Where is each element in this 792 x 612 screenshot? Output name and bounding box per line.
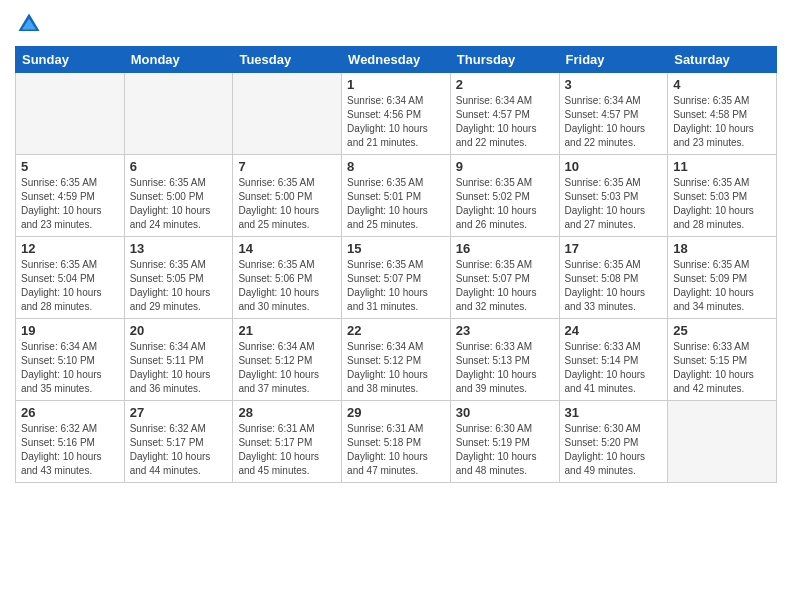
day-info: Sunrise: 6:35 AM Sunset: 5:05 PM Dayligh… [130,258,228,314]
day-info: Sunrise: 6:32 AM Sunset: 5:16 PM Dayligh… [21,422,119,478]
logo-icon [15,10,43,38]
calendar-cell: 9Sunrise: 6:35 AM Sunset: 5:02 PM Daylig… [450,155,559,237]
calendar-cell: 3Sunrise: 6:34 AM Sunset: 4:57 PM Daylig… [559,73,668,155]
calendar-cell: 4Sunrise: 6:35 AM Sunset: 4:58 PM Daylig… [668,73,777,155]
header-tuesday: Tuesday [233,47,342,73]
week-row-3: 12Sunrise: 6:35 AM Sunset: 5:04 PM Dayli… [16,237,777,319]
day-number: 28 [238,405,336,420]
day-number: 12 [21,241,119,256]
day-number: 8 [347,159,445,174]
calendar-cell: 24Sunrise: 6:33 AM Sunset: 5:14 PM Dayli… [559,319,668,401]
day-number: 2 [456,77,554,92]
calendar-cell: 15Sunrise: 6:35 AM Sunset: 5:07 PM Dayli… [342,237,451,319]
day-number: 30 [456,405,554,420]
header-monday: Monday [124,47,233,73]
day-info: Sunrise: 6:30 AM Sunset: 5:20 PM Dayligh… [565,422,663,478]
day-info: Sunrise: 6:35 AM Sunset: 5:06 PM Dayligh… [238,258,336,314]
calendar-cell: 25Sunrise: 6:33 AM Sunset: 5:15 PM Dayli… [668,319,777,401]
calendar-cell [124,73,233,155]
day-number: 7 [238,159,336,174]
page-container: SundayMondayTuesdayWednesdayThursdayFrid… [0,0,792,493]
calendar-cell: 14Sunrise: 6:35 AM Sunset: 5:06 PM Dayli… [233,237,342,319]
day-number: 19 [21,323,119,338]
calendar-cell: 1Sunrise: 6:34 AM Sunset: 4:56 PM Daylig… [342,73,451,155]
day-number: 18 [673,241,771,256]
day-number: 17 [565,241,663,256]
day-number: 27 [130,405,228,420]
calendar-cell: 7Sunrise: 6:35 AM Sunset: 5:00 PM Daylig… [233,155,342,237]
day-number: 16 [456,241,554,256]
week-row-2: 5Sunrise: 6:35 AM Sunset: 4:59 PM Daylig… [16,155,777,237]
calendar-cell: 28Sunrise: 6:31 AM Sunset: 5:17 PM Dayli… [233,401,342,483]
header-sunday: Sunday [16,47,125,73]
day-info: Sunrise: 6:34 AM Sunset: 5:12 PM Dayligh… [238,340,336,396]
day-number: 23 [456,323,554,338]
day-info: Sunrise: 6:31 AM Sunset: 5:18 PM Dayligh… [347,422,445,478]
day-info: Sunrise: 6:35 AM Sunset: 5:04 PM Dayligh… [21,258,119,314]
day-info: Sunrise: 6:35 AM Sunset: 5:03 PM Dayligh… [565,176,663,232]
calendar-cell: 5Sunrise: 6:35 AM Sunset: 4:59 PM Daylig… [16,155,125,237]
day-number: 11 [673,159,771,174]
day-info: Sunrise: 6:34 AM Sunset: 4:57 PM Dayligh… [456,94,554,150]
calendar-cell [668,401,777,483]
logo [15,10,47,38]
day-info: Sunrise: 6:35 AM Sunset: 5:09 PM Dayligh… [673,258,771,314]
calendar-cell: 17Sunrise: 6:35 AM Sunset: 5:08 PM Dayli… [559,237,668,319]
week-row-4: 19Sunrise: 6:34 AM Sunset: 5:10 PM Dayli… [16,319,777,401]
calendar-cell: 30Sunrise: 6:30 AM Sunset: 5:19 PM Dayli… [450,401,559,483]
day-number: 5 [21,159,119,174]
calendar-cell: 12Sunrise: 6:35 AM Sunset: 5:04 PM Dayli… [16,237,125,319]
calendar-cell: 11Sunrise: 6:35 AM Sunset: 5:03 PM Dayli… [668,155,777,237]
day-number: 1 [347,77,445,92]
header-wednesday: Wednesday [342,47,451,73]
day-number: 31 [565,405,663,420]
day-number: 25 [673,323,771,338]
calendar-cell: 2Sunrise: 6:34 AM Sunset: 4:57 PM Daylig… [450,73,559,155]
calendar-cell: 22Sunrise: 6:34 AM Sunset: 5:12 PM Dayli… [342,319,451,401]
day-number: 22 [347,323,445,338]
week-row-1: 1Sunrise: 6:34 AM Sunset: 4:56 PM Daylig… [16,73,777,155]
calendar-cell: 6Sunrise: 6:35 AM Sunset: 5:00 PM Daylig… [124,155,233,237]
calendar-cell: 27Sunrise: 6:32 AM Sunset: 5:17 PM Dayli… [124,401,233,483]
day-number: 24 [565,323,663,338]
calendar-cell: 23Sunrise: 6:33 AM Sunset: 5:13 PM Dayli… [450,319,559,401]
calendar-cell: 19Sunrise: 6:34 AM Sunset: 5:10 PM Dayli… [16,319,125,401]
day-number: 6 [130,159,228,174]
day-info: Sunrise: 6:35 AM Sunset: 4:58 PM Dayligh… [673,94,771,150]
day-info: Sunrise: 6:35 AM Sunset: 5:00 PM Dayligh… [130,176,228,232]
calendar-cell [16,73,125,155]
day-info: Sunrise: 6:31 AM Sunset: 5:17 PM Dayligh… [238,422,336,478]
day-info: Sunrise: 6:34 AM Sunset: 4:56 PM Dayligh… [347,94,445,150]
day-info: Sunrise: 6:35 AM Sunset: 5:00 PM Dayligh… [238,176,336,232]
day-info: Sunrise: 6:30 AM Sunset: 5:19 PM Dayligh… [456,422,554,478]
week-row-5: 26Sunrise: 6:32 AM Sunset: 5:16 PM Dayli… [16,401,777,483]
calendar-cell: 20Sunrise: 6:34 AM Sunset: 5:11 PM Dayli… [124,319,233,401]
day-info: Sunrise: 6:34 AM Sunset: 5:10 PM Dayligh… [21,340,119,396]
day-info: Sunrise: 6:35 AM Sunset: 5:01 PM Dayligh… [347,176,445,232]
calendar-cell: 8Sunrise: 6:35 AM Sunset: 5:01 PM Daylig… [342,155,451,237]
day-number: 15 [347,241,445,256]
day-number: 14 [238,241,336,256]
calendar-cell: 16Sunrise: 6:35 AM Sunset: 5:07 PM Dayli… [450,237,559,319]
calendar-cell: 29Sunrise: 6:31 AM Sunset: 5:18 PM Dayli… [342,401,451,483]
calendar-cell: 21Sunrise: 6:34 AM Sunset: 5:12 PM Dayli… [233,319,342,401]
page-header [15,10,777,38]
header-saturday: Saturday [668,47,777,73]
calendar-table: SundayMondayTuesdayWednesdayThursdayFrid… [15,46,777,483]
header-thursday: Thursday [450,47,559,73]
calendar-cell: 26Sunrise: 6:32 AM Sunset: 5:16 PM Dayli… [16,401,125,483]
day-info: Sunrise: 6:35 AM Sunset: 5:07 PM Dayligh… [456,258,554,314]
day-number: 26 [21,405,119,420]
calendar-cell [233,73,342,155]
day-info: Sunrise: 6:34 AM Sunset: 5:12 PM Dayligh… [347,340,445,396]
header-friday: Friday [559,47,668,73]
day-info: Sunrise: 6:34 AM Sunset: 4:57 PM Dayligh… [565,94,663,150]
day-info: Sunrise: 6:35 AM Sunset: 5:03 PM Dayligh… [673,176,771,232]
day-info: Sunrise: 6:34 AM Sunset: 5:11 PM Dayligh… [130,340,228,396]
calendar-cell: 13Sunrise: 6:35 AM Sunset: 5:05 PM Dayli… [124,237,233,319]
day-info: Sunrise: 6:35 AM Sunset: 5:07 PM Dayligh… [347,258,445,314]
day-info: Sunrise: 6:33 AM Sunset: 5:15 PM Dayligh… [673,340,771,396]
calendar-cell: 31Sunrise: 6:30 AM Sunset: 5:20 PM Dayli… [559,401,668,483]
day-number: 9 [456,159,554,174]
calendar-cell: 18Sunrise: 6:35 AM Sunset: 5:09 PM Dayli… [668,237,777,319]
